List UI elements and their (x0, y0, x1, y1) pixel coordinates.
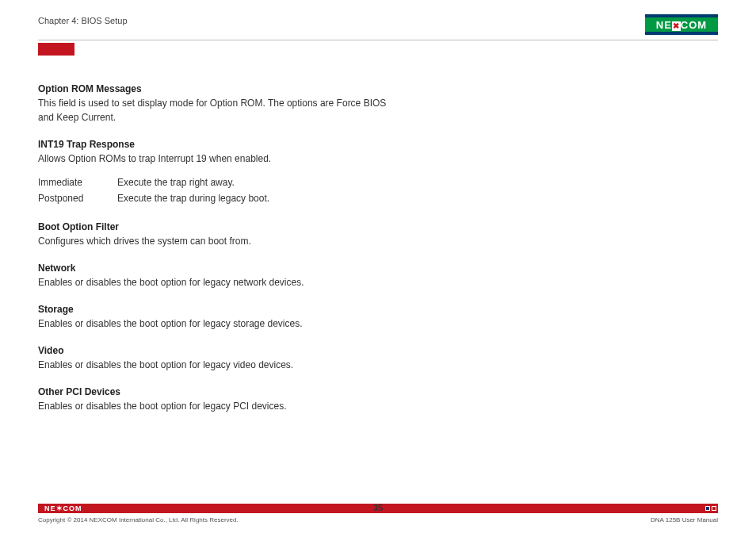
section-body: Enables or disables the boot option for … (38, 358, 403, 372)
table-row: Postponed Execute the trap during legacy… (38, 191, 295, 207)
brand-logo-text: NE✖COM (656, 19, 707, 31)
int19-table: Immediate Execute the trap right away. P… (38, 175, 295, 207)
section-body: This field is used to set display mode f… (38, 96, 403, 125)
section-title: Option ROM Messages (38, 82, 403, 96)
section-video: Video Enables or disables the boot optio… (38, 343, 403, 372)
section-body: Enables or disables the boot option for … (38, 316, 403, 331)
section-option-rom: Option ROM Messages This field is used t… (38, 82, 403, 125)
row-label: Postponed (38, 191, 117, 207)
section-title: Other PCI Devices (38, 385, 403, 399)
page-edge-tab (38, 43, 74, 56)
section-body: Enables or disables the boot option for … (38, 399, 403, 413)
section-body: Allows Option ROMs to trap Interrupt 19 … (38, 151, 403, 166)
section-title: Network (38, 261, 403, 275)
page-content: Option ROM Messages This field is used t… (38, 82, 403, 413)
page-footer: NE✶COM 35 Copyright © 2014 NEXCOM Intern… (38, 504, 718, 523)
row-desc: Execute the trap during legacy boot. (117, 191, 295, 207)
section-other-pci: Other PCI Devices Enables or disables th… (38, 385, 403, 413)
section-network: Network Enables or disables the boot opt… (38, 261, 403, 290)
chapter-label: Chapter 4: BIOS Setup (38, 14, 128, 25)
section-body: Enables or disables the boot option for … (38, 275, 403, 290)
section-storage: Storage Enables or disables the boot opt… (38, 302, 403, 331)
section-body: Configures which drives the system can b… (38, 234, 403, 248)
section-title: Boot Option Filter (38, 220, 403, 234)
brand-logo: NE✖COM (645, 14, 718, 35)
page-number: 35 (38, 503, 718, 512)
section-int19: INT19 Trap Response Allows Option ROMs t… (38, 137, 403, 207)
section-title: INT19 Trap Response (38, 137, 403, 151)
copyright-text: Copyright © 2014 NEXCOM International Co… (38, 516, 239, 523)
manual-name: DNA 125B User Manual (651, 516, 718, 523)
section-title: Video (38, 343, 403, 358)
section-title: Storage (38, 302, 403, 316)
row-desc: Execute the trap right away. (117, 175, 295, 191)
section-boot-filter: Boot Option Filter Configures which driv… (38, 220, 403, 248)
table-row: Immediate Execute the trap right away. (38, 175, 295, 191)
header-divider (38, 40, 718, 40)
row-label: Immediate (38, 175, 117, 191)
